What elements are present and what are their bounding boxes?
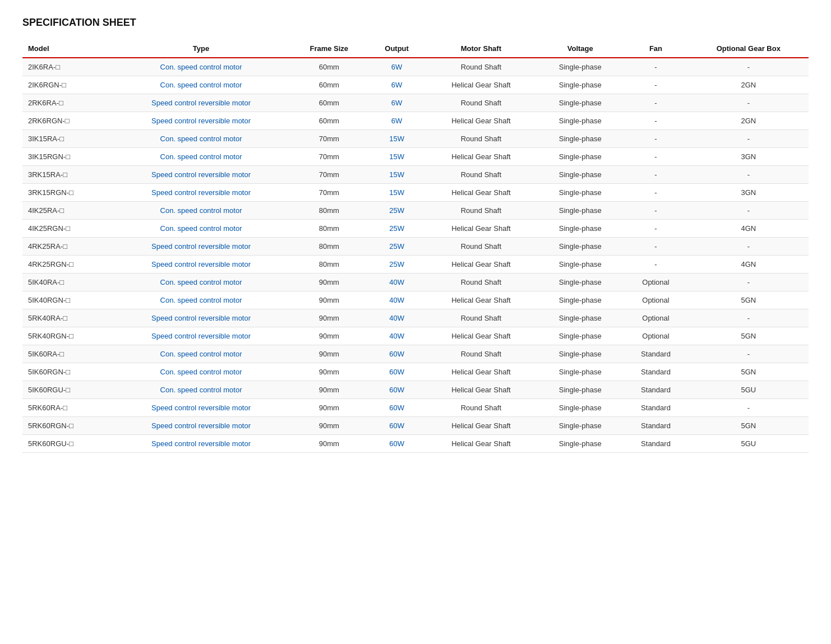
cell-frameSize: 70mm — [289, 148, 369, 166]
cell-voltage: Single-phase — [537, 220, 623, 238]
cell-gearBox: 5GN — [689, 327, 809, 345]
cell-fan: - — [623, 130, 688, 148]
table-row: 3RK15RGN-□Speed control reversible motor… — [22, 184, 809, 202]
cell-voltage: Single-phase — [537, 274, 623, 291]
cell-model: 4RK25RGN-□ — [22, 256, 113, 274]
cell-motorShaft: Round Shaft — [425, 309, 538, 327]
cell-voltage: Single-phase — [537, 399, 623, 417]
cell-model: 3IK15RA-□ — [22, 130, 113, 148]
cell-type: Con. speed control motor — [113, 291, 289, 309]
cell-frameSize: 80mm — [289, 256, 369, 274]
table-row: 3IK15RGN-□Con. speed control motor70mm15… — [22, 148, 809, 166]
table-row: 5RK40RGN-□Speed control reversible motor… — [22, 327, 809, 345]
cell-fan: - — [623, 148, 688, 166]
table-row: 4RK25RGN-□Speed control reversible motor… — [22, 256, 809, 274]
cell-model: 5IK60RA-□ — [22, 345, 113, 363]
cell-output: 25W — [369, 238, 425, 256]
table-header-row: ModelTypeFrame SizeOutputMotor ShaftVolt… — [22, 40, 809, 58]
cell-model: 4IK25RA-□ — [22, 202, 113, 220]
cell-fan: Standard — [623, 435, 688, 453]
cell-frameSize: 90mm — [289, 363, 369, 381]
cell-type: Con. speed control motor — [113, 345, 289, 363]
cell-fan: - — [623, 58, 688, 76]
cell-voltage: Single-phase — [537, 291, 623, 309]
cell-output: 40W — [369, 327, 425, 345]
cell-type: Con. speed control motor — [113, 58, 289, 76]
table-row: 5RK60RGN-□Speed control reversible motor… — [22, 417, 809, 435]
table-row: 2IK6RGN-□Con. speed control motor60mm6WH… — [22, 76, 809, 94]
cell-fan: - — [623, 112, 688, 130]
cell-motorShaft: Helical Gear Shaft — [425, 381, 538, 399]
cell-frameSize: 90mm — [289, 435, 369, 453]
cell-gearBox: 5GN — [689, 291, 809, 309]
cell-gearBox: - — [689, 345, 809, 363]
column-header-gearBox: Optional Gear Box — [689, 40, 809, 58]
cell-motorShaft: Helical Gear Shaft — [425, 363, 538, 381]
cell-motorShaft: Helical Gear Shaft — [425, 435, 538, 453]
cell-type: Con. speed control motor — [113, 148, 289, 166]
cell-model: 5IK40RA-□ — [22, 274, 113, 291]
cell-motorShaft: Helical Gear Shaft — [425, 327, 538, 345]
cell-output: 60W — [369, 435, 425, 453]
cell-frameSize: 90mm — [289, 417, 369, 435]
cell-gearBox: - — [689, 309, 809, 327]
cell-output: 60W — [369, 345, 425, 363]
cell-frameSize: 90mm — [289, 327, 369, 345]
table-row: 2RK6RA-□Speed control reversible motor60… — [22, 94, 809, 112]
cell-fan: Standard — [623, 399, 688, 417]
cell-fan: - — [623, 184, 688, 202]
table-row: 5IK60RGU-□Con. speed control motor90mm60… — [22, 381, 809, 399]
table-row: 5RK40RA-□Speed control reversible motor9… — [22, 309, 809, 327]
cell-output: 25W — [369, 220, 425, 238]
cell-frameSize: 80mm — [289, 238, 369, 256]
cell-output: 60W — [369, 381, 425, 399]
cell-gearBox: 4GN — [689, 256, 809, 274]
cell-output: 40W — [369, 291, 425, 309]
cell-type: Con. speed control motor — [113, 220, 289, 238]
cell-type: Speed control reversible motor — [113, 256, 289, 274]
column-header-motorShaft: Motor Shaft — [425, 40, 538, 58]
cell-frameSize: 70mm — [289, 130, 369, 148]
cell-model: 5IK60RGN-□ — [22, 363, 113, 381]
cell-gearBox: - — [689, 58, 809, 76]
cell-frameSize: 60mm — [289, 76, 369, 94]
cell-output: 6W — [369, 94, 425, 112]
cell-type: Con. speed control motor — [113, 202, 289, 220]
cell-gearBox: - — [689, 94, 809, 112]
cell-voltage: Single-phase — [537, 76, 623, 94]
cell-gearBox: 5GU — [689, 435, 809, 453]
column-header-fan: Fan — [623, 40, 688, 58]
cell-voltage: Single-phase — [537, 148, 623, 166]
cell-output: 60W — [369, 363, 425, 381]
cell-output: 60W — [369, 417, 425, 435]
cell-voltage: Single-phase — [537, 363, 623, 381]
cell-voltage: Single-phase — [537, 112, 623, 130]
cell-motorShaft: Helical Gear Shaft — [425, 76, 538, 94]
cell-output: 15W — [369, 184, 425, 202]
cell-voltage: Single-phase — [537, 309, 623, 327]
cell-type: Speed control reversible motor — [113, 327, 289, 345]
cell-output: 25W — [369, 202, 425, 220]
cell-type: Speed control reversible motor — [113, 166, 289, 184]
cell-gearBox: - — [689, 202, 809, 220]
cell-fan: - — [623, 166, 688, 184]
cell-model: 5IK60RGU-□ — [22, 381, 113, 399]
cell-output: 40W — [369, 274, 425, 291]
cell-motorShaft: Round Shaft — [425, 274, 538, 291]
cell-output: 6W — [369, 58, 425, 76]
cell-gearBox: 5GU — [689, 381, 809, 399]
cell-voltage: Single-phase — [537, 202, 623, 220]
table-row: 2IK6RA-□Con. speed control motor60mm6WRo… — [22, 58, 809, 76]
cell-motorShaft: Round Shaft — [425, 345, 538, 363]
column-header-voltage: Voltage — [537, 40, 623, 58]
cell-motorShaft: Round Shaft — [425, 166, 538, 184]
cell-type: Con. speed control motor — [113, 76, 289, 94]
cell-output: 40W — [369, 309, 425, 327]
cell-voltage: Single-phase — [537, 238, 623, 256]
cell-gearBox: 2GN — [689, 76, 809, 94]
cell-gearBox: 4GN — [689, 220, 809, 238]
cell-motorShaft: Helical Gear Shaft — [425, 256, 538, 274]
column-header-output: Output — [369, 40, 425, 58]
cell-voltage: Single-phase — [537, 130, 623, 148]
column-header-frameSize: Frame Size — [289, 40, 369, 58]
